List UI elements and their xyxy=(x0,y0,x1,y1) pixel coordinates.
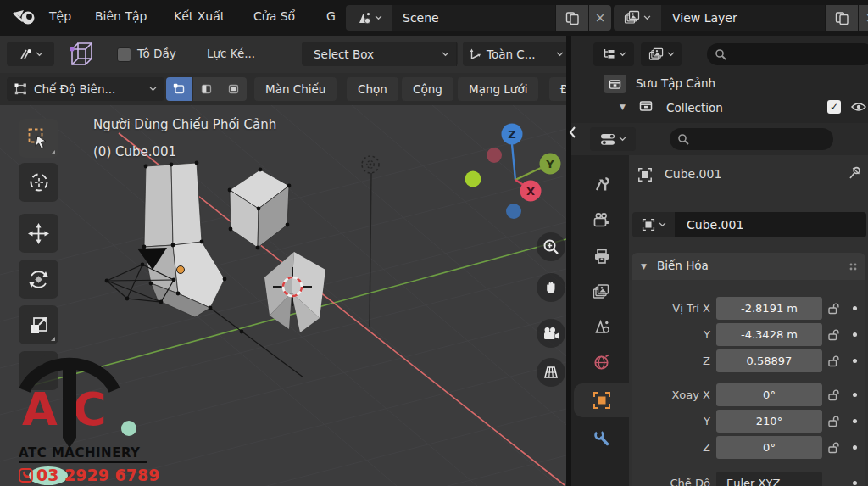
menu-help[interactable]: G xyxy=(326,9,336,23)
fill-checkbox[interactable] xyxy=(117,47,131,62)
outliner-row-scene-collection[interactable]: Sưu Tập Cảnh xyxy=(571,73,868,95)
cursor-tool-button[interactable] xyxy=(19,163,58,202)
view-layer-browse-button[interactable] xyxy=(614,5,661,31)
scene-unlink-button[interactable]: × xyxy=(589,5,611,31)
pan-button[interactable] xyxy=(537,273,565,302)
object-name-field[interactable]: Cube.001 xyxy=(675,212,866,237)
outliner-row-collection[interactable]: ▼ Collection ✓ xyxy=(571,98,868,120)
keyframe-dot[interactable] xyxy=(853,481,857,485)
tab-object[interactable] xyxy=(574,383,629,417)
tab-tool[interactable] xyxy=(574,170,629,198)
disclosure-triangle-icon[interactable]: ▼ xyxy=(620,103,626,111)
collapse-panel-arrow[interactable] xyxy=(567,125,577,140)
view-layer-copy-button[interactable] xyxy=(826,5,858,31)
menu-edit[interactable]: Biên Tập xyxy=(95,9,147,23)
printer-tab-icon xyxy=(593,249,610,265)
lock-icon[interactable] xyxy=(827,328,841,341)
keyframe-dot[interactable] xyxy=(853,359,857,363)
object-data-icon xyxy=(637,167,653,182)
viewport-menu-select[interactable]: Chọn xyxy=(347,77,398,101)
watermark-brand-text: ATC MACHINERY xyxy=(19,445,140,461)
lock-icon[interactable] xyxy=(827,415,841,427)
location-y-field[interactable]: -4.3428 m xyxy=(716,323,822,346)
rotation-y-field[interactable]: 210° xyxy=(716,410,822,433)
scene-name-field[interactable]: Scene xyxy=(392,5,555,31)
toggles-icon xyxy=(600,133,616,146)
move-tool-button[interactable] xyxy=(19,214,58,253)
lock-icon[interactable] xyxy=(827,441,841,454)
keyframe-dot[interactable] xyxy=(853,445,857,450)
svg-text:Z: Z xyxy=(508,128,515,141)
breadcrumb[interactable]: Cube.001 xyxy=(665,167,721,181)
chevron-down-icon xyxy=(619,137,626,142)
lock-icon[interactable] xyxy=(827,388,841,401)
viewport-menu-view[interactable]: Màn Chiếu xyxy=(254,77,337,101)
vertex-select-button[interactable] xyxy=(166,77,192,101)
navigation-gizmo[interactable]: Z Y X xyxy=(465,117,566,224)
atc-watermark: A C ATC MACHINERY 03 2929 6789 xyxy=(17,332,165,486)
transform-panel-header[interactable]: ▼ Biến Hóa xyxy=(632,253,865,280)
outliner-search-input[interactable] xyxy=(707,43,868,65)
tab-modifiers[interactable] xyxy=(574,424,629,453)
move-tool-icon xyxy=(27,222,50,245)
lock-icon[interactable] xyxy=(827,355,841,367)
eye-icon[interactable] xyxy=(850,101,867,113)
orientation-dropdown[interactable]: Toàn C... xyxy=(463,42,570,66)
tab-output[interactable] xyxy=(574,242,629,271)
viewport-menu-add[interactable]: Cộng xyxy=(402,77,453,101)
editor-type-dropdown[interactable] xyxy=(590,127,636,151)
location-x-field[interactable]: -2.8191 m xyxy=(716,297,822,320)
gizmo-neg-y[interactable] xyxy=(465,171,481,187)
rotation-x-field[interactable]: 0° xyxy=(716,383,822,406)
scene-browse-button[interactable] xyxy=(346,5,392,31)
view-layer-remove-button[interactable]: × xyxy=(859,5,868,31)
active-tool-dropdown[interactable] xyxy=(7,42,54,66)
keyframe-dot[interactable] xyxy=(853,332,857,337)
outliner-editor: Sưu Tập Cảnh ▼ Collection ✓ xyxy=(571,36,868,123)
lock-icon[interactable] xyxy=(827,302,841,315)
gizmo-neg-z[interactable] xyxy=(506,204,521,219)
location-z-field[interactable]: 0.58897 xyxy=(716,349,822,372)
drag-dots-icon[interactable] xyxy=(849,262,858,271)
object-id-dropdown[interactable] xyxy=(632,212,675,237)
face-select-button[interactable] xyxy=(220,77,247,101)
outliner-display-dropdown[interactable] xyxy=(641,42,682,66)
keyframe-dot[interactable] xyxy=(853,306,857,310)
collection-checkbox[interactable]: ✓ xyxy=(827,100,841,114)
menu-file[interactable]: Tệp xyxy=(49,9,71,23)
edge-select-button[interactable] xyxy=(193,77,220,101)
pin-icon[interactable] xyxy=(848,165,862,181)
blender-logo-icon[interactable] xyxy=(12,8,37,27)
scene-copy-button[interactable] xyxy=(556,5,588,31)
camera-view-button[interactable] xyxy=(537,319,565,348)
zoom-button[interactable] xyxy=(537,232,565,261)
falloff-dropdown[interactable]: Lực Ké... xyxy=(207,47,255,60)
properties-search-input[interactable] xyxy=(670,128,833,150)
rotate-tool-button[interactable] xyxy=(19,260,58,299)
tab-world[interactable] xyxy=(574,348,629,377)
view-layer-name-field[interactable]: View Layer xyxy=(661,5,825,31)
select-mode-dropdown[interactable]: Select Box xyxy=(302,42,458,66)
viewport-menu-vertex[interactable]: Đi xyxy=(549,77,566,101)
interaction-mode-dropdown[interactable]: Chế Độ Biên... xyxy=(7,77,164,101)
annotate-tool-icon xyxy=(19,47,32,60)
viewport-menu-mesh[interactable]: Mạng Lưới xyxy=(458,77,538,101)
tab-view-layer[interactable] xyxy=(574,277,629,305)
world-tab-icon xyxy=(593,354,610,371)
tab-scene[interactable] xyxy=(574,312,629,341)
rotation-mode-dropdown[interactable]: Euler XYZ xyxy=(716,472,822,486)
tab-render[interactable] xyxy=(574,205,629,234)
ortho-toggle-button[interactable] xyxy=(537,358,565,387)
watermark-underline xyxy=(19,461,147,463)
outliner-type-dropdown[interactable] xyxy=(593,42,634,66)
rotation-z-field[interactable]: 0° xyxy=(716,436,822,459)
keyframe-dot[interactable] xyxy=(853,393,857,397)
scene-selector: Scene × xyxy=(346,5,611,31)
cube-wireframe-icon[interactable] xyxy=(64,39,98,70)
keyframe-dot[interactable] xyxy=(853,419,857,423)
menu-render[interactable]: Kết Xuất xyxy=(174,9,225,23)
gizmo-neg-x[interactable] xyxy=(487,148,502,163)
menu-window[interactable]: Cửa Sổ xyxy=(253,9,295,23)
select-box-tool-button[interactable] xyxy=(19,119,58,158)
movie-camera-icon xyxy=(542,326,559,342)
